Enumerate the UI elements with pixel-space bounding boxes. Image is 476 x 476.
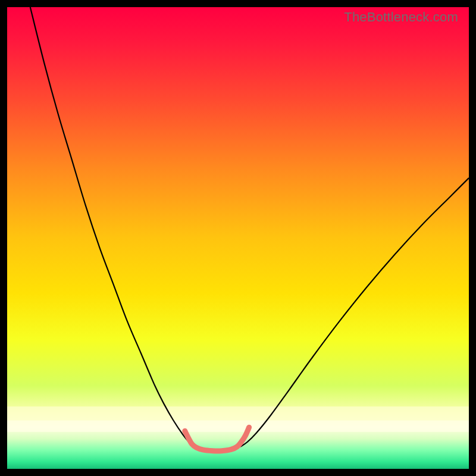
chart-frame: TheBottleneck.com [7, 7, 469, 469]
chart-background [7, 7, 469, 469]
chart-overlay-bands [7, 406, 469, 432]
bottleneck-chart [7, 7, 469, 469]
watermark-text: TheBottleneck.com [344, 10, 458, 25]
svg-rect-0 [7, 406, 469, 420]
svg-rect-1 [7, 421, 469, 432]
